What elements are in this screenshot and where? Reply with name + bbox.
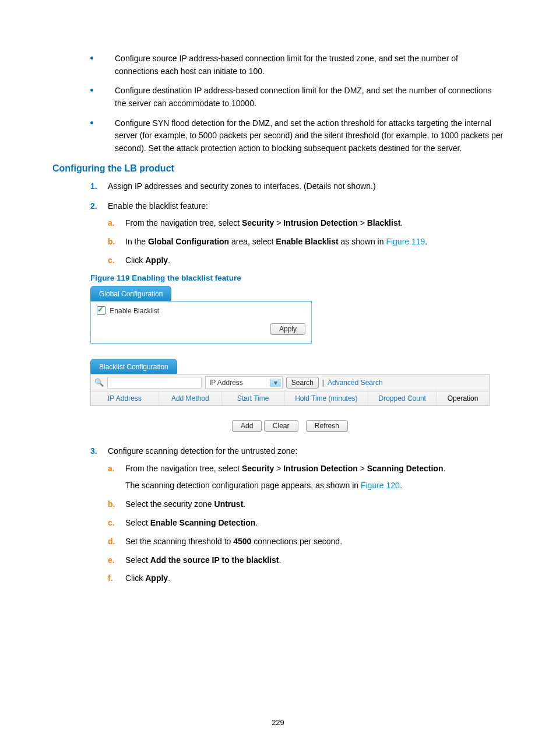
col-op: Operation <box>437 391 489 405</box>
search-input[interactable] <box>107 377 202 388</box>
bullet-item: Configure SYN flood detection for the DM… <box>90 117 504 155</box>
search-button[interactable]: Search <box>286 377 319 388</box>
refresh-button[interactable]: Refresh <box>306 420 348 432</box>
tab-global-config[interactable]: Global Configuration <box>90 286 171 301</box>
col-hold: Hold Time (minutes) <box>285 391 369 405</box>
col-method: Add Method <box>159 391 222 405</box>
figure-119: Global Configuration Enable Blacklist Ap… <box>90 286 490 432</box>
bullet-item: Configure source IP address-based connec… <box>90 52 504 78</box>
step-2c: c. Click Apply. <box>108 254 504 268</box>
blacklist-table-header: IP Address Add Method Start Time Hold Ti… <box>90 391 490 406</box>
step-text: Assign IP addresses and security zones t… <box>108 181 376 191</box>
button-row: Add Clear Refresh <box>90 420 490 432</box>
step-2: 2. Enable the blacklist feature: a. From… <box>90 200 504 268</box>
step-3b: b. Select the security zone Untrust. <box>108 498 504 512</box>
clear-button[interactable]: Clear <box>264 420 298 432</box>
search-icon: 🔍 <box>94 378 104 387</box>
bullet-item: Configure destination IP address-based c… <box>90 85 504 110</box>
step-1: 1. Assign IP addresses and security zone… <box>90 180 504 194</box>
col-start: Start Time <box>222 391 285 405</box>
step-3: 3. Configure scanning detection for the … <box>90 444 504 586</box>
filter-dropdown[interactable]: IP Address ▾ <box>205 376 283 389</box>
search-row: 🔍 IP Address ▾ Search | Advanced Search <box>90 374 490 391</box>
page-number: 229 <box>0 718 556 727</box>
step-2a: a. From the navigation tree, select Secu… <box>108 216 504 230</box>
step-3c: c. Select Enable Scanning Detection. <box>108 516 504 530</box>
section-heading: Configuring the LB product <box>52 163 504 174</box>
tab-blacklist-config[interactable]: Blacklist Configuration <box>90 359 177 374</box>
step-3a: a. From the navigation tree, select Secu… <box>108 462 504 494</box>
add-button[interactable]: Add <box>232 420 262 432</box>
bullet-list: Configure source IP address-based connec… <box>90 52 504 155</box>
global-config-panel: Enable Blacklist Apply <box>90 301 312 344</box>
step-2b: b. In the Global Configuration area, sel… <box>108 235 504 249</box>
figure-link[interactable]: Figure 119 <box>386 237 425 246</box>
col-dropped: Dropped Count <box>368 391 437 405</box>
step-text: Enable the blacklist feature: <box>108 201 208 211</box>
advanced-search-link[interactable]: Advanced Search <box>328 379 383 387</box>
figure-link[interactable]: Figure 120 <box>361 481 400 490</box>
step-3e: e. Select Add the source IP to the black… <box>108 554 504 568</box>
figure-caption: Figure 119 Enabling the blacklist featur… <box>90 274 504 282</box>
apply-button[interactable]: Apply <box>270 323 305 335</box>
step-3f: f. Click Apply. <box>108 572 504 586</box>
enable-blacklist-label: Enable Blacklist <box>110 307 159 315</box>
chevron-down-icon: ▾ <box>270 379 281 387</box>
step-3d: d. Set the scanning threshold to 4500 co… <box>108 535 504 549</box>
step-text: Configure scanning detection for the unt… <box>108 446 297 456</box>
col-ip: IP Address <box>91 391 159 405</box>
enable-blacklist-checkbox[interactable] <box>97 306 105 315</box>
